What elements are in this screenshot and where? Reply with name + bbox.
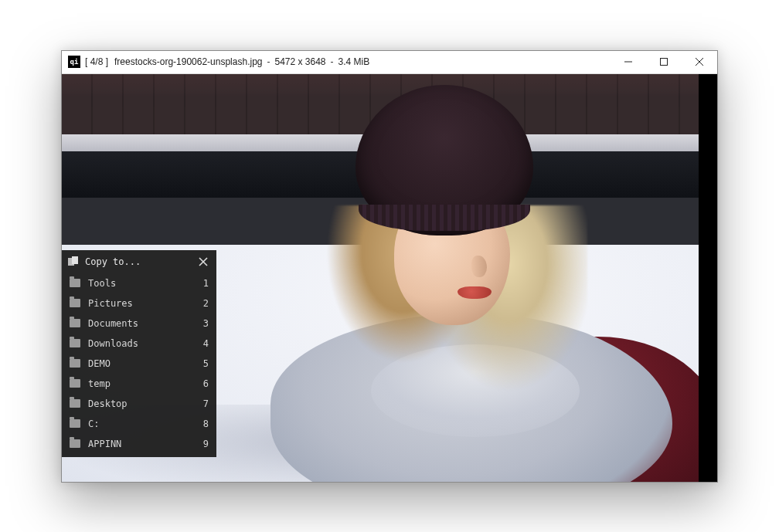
- close-button[interactable]: [682, 51, 717, 73]
- minimize-button[interactable]: [611, 51, 646, 73]
- folder-icon: [70, 299, 80, 307]
- copy-to-panel: Copy to... Tools1Pictures2Documents3Down…: [62, 250, 216, 457]
- copy-to-item-label: APPINN: [88, 439, 199, 449]
- copy-to-item-shortcut: 8: [199, 418, 209, 429]
- close-icon: [199, 257, 208, 266]
- copy-to-title: Copy to...: [85, 256, 192, 267]
- folder-icon: [70, 339, 80, 347]
- copy-to-item[interactable]: temp6: [62, 374, 216, 394]
- copy-to-item[interactable]: Documents3: [62, 313, 216, 334]
- copy-to-item-shortcut: 5: [199, 358, 209, 369]
- title-counter: [ 4/8 ]: [85, 56, 108, 67]
- image-viewer[interactable]: Copy to... Tools1Pictures2Documents3Down…: [62, 74, 717, 482]
- copy-to-item-label: Downloads: [88, 338, 199, 349]
- copy-to-item[interactable]: Desktop7: [62, 394, 216, 414]
- maximize-button[interactable]: [646, 51, 682, 73]
- copy-to-item-label: Tools: [88, 278, 199, 289]
- svg-rect-1: [661, 59, 668, 66]
- copy-to-item-shortcut: 6: [199, 378, 209, 389]
- copy-to-item[interactable]: Downloads4: [62, 334, 216, 354]
- copy-to-item-label: C:: [88, 418, 199, 429]
- copy-icon: [68, 256, 79, 267]
- window-controls: [611, 51, 717, 73]
- maximize-icon: [660, 58, 668, 66]
- title-filesize: 3.4 MiB: [338, 56, 370, 67]
- title-sep-1: -: [262, 56, 274, 67]
- copy-to-header: Copy to...: [62, 250, 216, 273]
- copy-to-item[interactable]: DEMO5: [62, 354, 216, 374]
- close-icon: [696, 58, 703, 66]
- copy-to-item-label: Documents: [88, 318, 199, 329]
- folder-icon: [70, 439, 80, 448]
- app-window: qi [ 4/8 ] freestocks-org-190062-unsplas…: [61, 50, 718, 483]
- title-sep-2: -: [326, 56, 338, 67]
- folder-icon: [70, 379, 80, 388]
- copy-to-item-shortcut: 3: [199, 318, 209, 329]
- copy-to-item-shortcut: 1: [199, 278, 209, 289]
- copy-to-item-shortcut: 7: [199, 398, 209, 409]
- app-icon: qi: [68, 56, 80, 68]
- copy-to-item-label: Desktop: [88, 398, 199, 409]
- copy-to-item-shortcut: 4: [199, 338, 209, 349]
- copy-to-item[interactable]: APPINN9: [62, 434, 216, 454]
- copy-to-item[interactable]: Pictures2: [62, 293, 216, 313]
- copy-to-close-button[interactable]: [196, 255, 210, 269]
- copy-to-item-label: temp: [88, 378, 199, 389]
- copy-to-item-shortcut: 2: [199, 298, 209, 309]
- folder-icon: [70, 419, 80, 428]
- title-dimensions: 5472 x 3648: [274, 56, 325, 67]
- folder-icon: [70, 359, 80, 368]
- copy-to-item-label: Pictures: [88, 298, 199, 309]
- folder-icon: [70, 399, 80, 408]
- folder-icon: [70, 319, 80, 327]
- copy-to-item-shortcut: 9: [199, 439, 209, 449]
- folder-icon: [70, 279, 80, 287]
- minimize-icon: [624, 58, 632, 66]
- copy-to-item[interactable]: Tools1: [62, 273, 216, 293]
- copy-to-item-label: DEMO: [88, 358, 199, 369]
- copy-to-item[interactable]: C:8: [62, 414, 216, 434]
- titlebar[interactable]: qi [ 4/8 ] freestocks-org-190062-unsplas…: [62, 51, 717, 74]
- title-filename: freestocks-org-190062-unsplash.jpg: [108, 56, 262, 67]
